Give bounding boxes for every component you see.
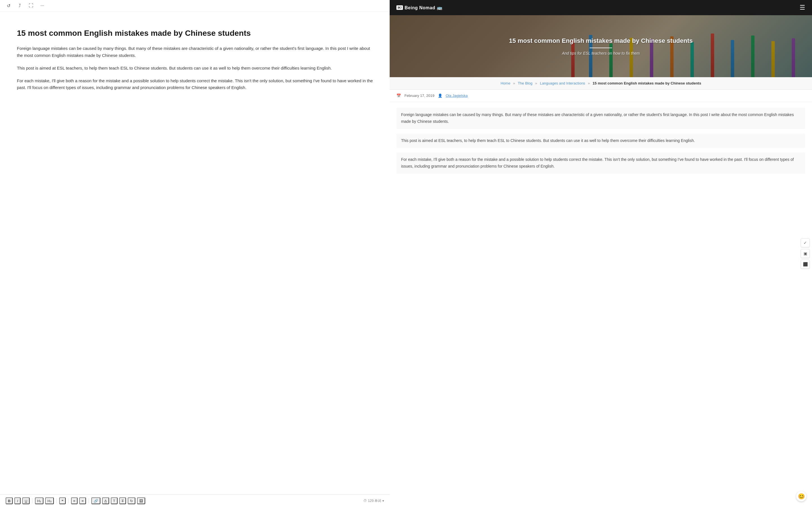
separator-4	[89, 498, 89, 503]
hero-section: 15 most common English mistakes made by …	[390, 15, 812, 77]
doc-title: 15 most common English mistakes made by …	[17, 28, 373, 38]
site-navbar: IK! Being Nomad 🚌 ☰	[390, 0, 812, 15]
hamburger-menu-icon[interactable]: ☰	[800, 4, 805, 11]
h1-button[interactable]: H₁	[35, 497, 43, 504]
doc-para-2: This post is aimed at ESL teachers, to h…	[17, 65, 373, 72]
clear-format-button[interactable]: ↻	[128, 497, 135, 504]
logo-name: Being Nomad	[405, 5, 435, 10]
strikethrough-button[interactable]: T̶	[119, 497, 126, 504]
logo-text: Being Nomad 🚌	[405, 5, 442, 10]
separator-2	[56, 498, 57, 503]
logo-box: IK!	[396, 5, 403, 10]
date-icon: 📅	[396, 94, 401, 98]
bold-button[interactable]: B	[6, 497, 13, 504]
clock-icon: ⏱	[363, 499, 367, 503]
emoji-button[interactable]: 😊	[796, 491, 806, 501]
top-toolbar: ↺ ⤴ ⛶ ···	[0, 0, 390, 11]
link-button[interactable]: 🔗	[91, 497, 100, 504]
check-tool-button[interactable]: ✓	[801, 238, 810, 247]
author-icon: 👤	[438, 94, 442, 98]
italic-button[interactable]: I	[14, 497, 20, 504]
website-preview: IK! Being Nomad 🚌 ☰ 15 most common	[390, 0, 812, 507]
h2-button[interactable]: H₂	[45, 497, 54, 504]
refresh-icon[interactable]: ↺	[6, 3, 11, 8]
code-tool-button[interactable]: ▣	[801, 249, 810, 258]
breadcrumb-sep-3: »	[588, 81, 590, 86]
breadcrumb-category[interactable]: Languages and Interactions	[540, 81, 585, 86]
post-para-2: This post is aimed at ESL teachers, to h…	[396, 133, 805, 148]
hero-title: 15 most common English mistakes made by …	[509, 37, 693, 45]
image-button[interactable]: 🖼	[137, 497, 145, 504]
site-logo: IK! Being Nomad 🚌	[396, 5, 442, 10]
share-icon[interactable]: ⤴	[17, 3, 22, 8]
format-toolbar: B I U H₁ H₂ ❝ ≡ ≡ 🔗 A̲ T T̶ ↻ 🖼 ⏱ 129 单词…	[0, 494, 390, 507]
word-count-chevron[interactable]: ▾	[382, 499, 384, 503]
quote-button[interactable]: ❝	[59, 497, 66, 504]
post-para-3: For each mistake, I'll give both a reaso…	[396, 152, 805, 174]
editor-panel: ↺ ⤴ ⛶ ··· 15 most common English mistake…	[0, 0, 390, 507]
hero-divider	[590, 48, 612, 48]
doc-para-1: Foreign language mistakes can be caused …	[17, 45, 373, 59]
post-date: February 17, 2019	[404, 94, 434, 98]
list-ol-button[interactable]: ≡	[71, 497, 78, 504]
breadcrumb: Home » The Blog » Languages and Interact…	[396, 81, 805, 86]
separator-1	[32, 498, 33, 503]
list-ul-button[interactable]: ≡	[79, 497, 86, 504]
underline2-button[interactable]: A̲	[102, 497, 109, 504]
post-meta: 📅 February 17, 2019 👤 Ola Jagielska	[390, 90, 812, 102]
post-para-1: Foreign language mistakes can be caused …	[396, 108, 805, 129]
post-body: Foreign language mistakes can be caused …	[390, 102, 812, 184]
breadcrumb-home[interactable]: Home	[500, 81, 510, 86]
expand-icon[interactable]: ⛶	[28, 3, 34, 8]
breadcrumb-sep-2: »	[535, 81, 537, 86]
post-author[interactable]: Ola Jagielska	[446, 94, 468, 98]
doc-content: 15 most common English mistakes made by …	[17, 28, 373, 97]
breadcrumb-blog[interactable]: The Blog	[518, 81, 532, 86]
more-icon[interactable]: ···	[40, 3, 45, 8]
word-count-area: ⏱ 129 单词 ▾	[363, 499, 384, 503]
word-count-text: 129 单词	[368, 499, 381, 503]
side-tools: ✓ ▣ ⬛	[799, 236, 812, 271]
box-tool-button[interactable]: ⬛	[801, 260, 810, 269]
logo-icon: 🚌	[437, 5, 443, 10]
separator-3	[68, 498, 68, 503]
underline-button[interactable]: U	[22, 497, 29, 504]
breadcrumb-sep-1: »	[513, 81, 515, 86]
font-button[interactable]: T	[111, 497, 117, 504]
breadcrumb-section: Home » The Blog » Languages and Interact…	[390, 77, 812, 90]
breadcrumb-current: 15 most common English mistakes made by …	[593, 81, 701, 86]
hero-overlay: 15 most common English mistakes made by …	[390, 15, 812, 77]
doc-para-3: For each mistake, I'll give both a reaso…	[17, 77, 373, 92]
hero-subtitle: And tips for ESL teachers on how to fix …	[562, 51, 640, 55]
